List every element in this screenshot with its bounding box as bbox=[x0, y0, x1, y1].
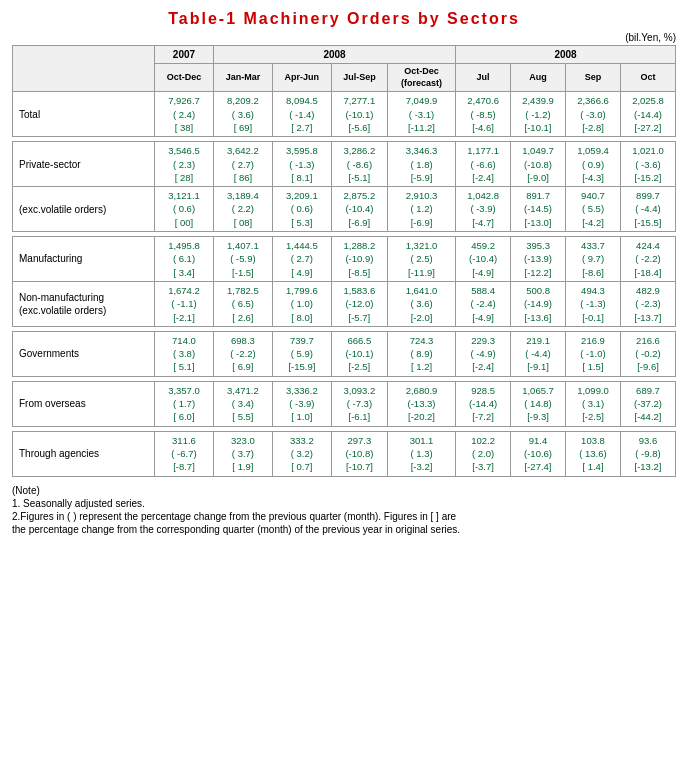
data-cell: 297.3 (-10.8) [-10.7] bbox=[331, 431, 387, 476]
table-row: From overseas3,357.0 ( 1.7) [ 6.0]3,471.… bbox=[13, 381, 676, 426]
data-cell: 666.5 (-10.1) [-2.5] bbox=[331, 331, 387, 376]
data-cell: 1,049.7 (-10.8) [-9.0] bbox=[511, 142, 566, 187]
data-cell: 1,583.6 (-12.0) [-5.7] bbox=[331, 281, 387, 326]
table-row: (exc.volatile orders)3,121.1 ( 0.6) [ 00… bbox=[13, 187, 676, 232]
data-cell: 500.8 (-14.9) [-13.6] bbox=[511, 281, 566, 326]
data-cell: 482.9 ( -2.3) [-13.7] bbox=[620, 281, 675, 326]
data-cell: 3,546.5 ( 2.3) [ 28] bbox=[155, 142, 214, 187]
row-label: Governments bbox=[13, 331, 155, 376]
data-cell: 8,209.2 ( 3.6) [ 69] bbox=[213, 92, 272, 137]
data-cell: 395.3 (-13.9) [-12.2] bbox=[511, 237, 566, 282]
data-cell: 3,346.3 ( 1.8) [-5.9] bbox=[387, 142, 455, 187]
row-label: Total bbox=[13, 92, 155, 137]
data-cell: 3,336.2 ( -3.9) [ 1.0] bbox=[272, 381, 331, 426]
data-cell: 3,189.4 ( 2.2) [ 08] bbox=[213, 187, 272, 232]
row-label: Through agencies bbox=[13, 431, 155, 476]
table-row: Non-manufacturing(exc.volatile orders)1,… bbox=[13, 281, 676, 326]
data-cell: 1,782.5 ( 6.5) [ 2.6] bbox=[213, 281, 272, 326]
row-label: From overseas bbox=[13, 381, 155, 426]
data-cell: 2,439.9 ( -1.2) [-10.1] bbox=[511, 92, 566, 137]
data-cell: 311.6 ( -6.7) [-8.7] bbox=[155, 431, 214, 476]
data-cell: 3,093.2 ( -7.3) [-6.1] bbox=[331, 381, 387, 426]
data-cell: 724.3 ( 8.9) [ 1.2] bbox=[387, 331, 455, 376]
data-cell: 1,641.0 ( 3.6) [-2.0] bbox=[387, 281, 455, 326]
data-cell: 2,025.8 (-14.4) [-27.2] bbox=[620, 92, 675, 137]
data-cell: 459.2 (-10.4) [-4.9] bbox=[456, 237, 511, 282]
col-jul-sep: Jul-Sep bbox=[331, 64, 387, 92]
note-item-1: 1. Seasonally adjusted series. bbox=[12, 498, 676, 509]
data-cell: 2,910.3 ( 1.2) [-6.9] bbox=[387, 187, 455, 232]
data-cell: 424.4 ( -2.2) [-18.4] bbox=[620, 237, 675, 282]
col-jan-mar: Jan-Mar bbox=[213, 64, 272, 92]
data-cell: 689.7 (-37.2) [-44.2] bbox=[620, 381, 675, 426]
data-cell: 3,595.8 ( -1.3) [ 8.1] bbox=[272, 142, 331, 187]
data-cell: 216.6 ( -0.2) [-9.6] bbox=[620, 331, 675, 376]
data-cell: 1,444.5 ( 2.7) [ 4.9] bbox=[272, 237, 331, 282]
data-cell: 93.6 ( -9.8) [-13.2] bbox=[620, 431, 675, 476]
data-cell: 1,099.0 ( 3.1) [-2.5] bbox=[566, 381, 621, 426]
col-oct: Oct bbox=[620, 64, 675, 92]
data-cell: 2,680.9 (-13.3) [-20.2] bbox=[387, 381, 455, 426]
data-cell: 102.2 ( 2.0) [-3.7] bbox=[456, 431, 511, 476]
row-label: Manufacturing bbox=[13, 237, 155, 282]
col-header-2007: 2007 bbox=[155, 46, 214, 64]
data-cell: 1,674.2 ( -1.1) [-2.1] bbox=[155, 281, 214, 326]
data-cell: 698.3 ( -2.2) [ 6.9] bbox=[213, 331, 272, 376]
data-cell: 899.7 ( -4.4) [-15.5] bbox=[620, 187, 675, 232]
data-cell: 1,021.0 ( -3.6) [-15.2] bbox=[620, 142, 675, 187]
page-title: Table-1 Machinery Orders by Sectors bbox=[12, 10, 676, 28]
col-header-empty bbox=[13, 46, 155, 92]
table-row: Manufacturing1,495.8 ( 6.1) [ 3.4]1,407.… bbox=[13, 237, 676, 282]
row-label: (exc.volatile orders) bbox=[13, 187, 155, 232]
data-cell: 1,065.7 ( 14.8) [-9.3] bbox=[511, 381, 566, 426]
row-label: Non-manufacturing(exc.volatile orders) bbox=[13, 281, 155, 326]
data-cell: 2,470.6 ( -8.5) [-4.6] bbox=[456, 92, 511, 137]
col-apr-jun: Apr-Jun bbox=[272, 64, 331, 92]
data-cell: 229.3 ( -4.9) [-2.4] bbox=[456, 331, 511, 376]
col-oct-dec-2007: Oct-Dec bbox=[155, 64, 214, 92]
data-cell: 433.7 ( 9.7) [-8.6] bbox=[566, 237, 621, 282]
note-item-2: 2.Figures in ( ) represent the percentag… bbox=[12, 511, 676, 522]
notes-header: (Note) bbox=[12, 485, 676, 496]
data-cell: 3,209.1 ( 0.6) [ 5.3] bbox=[272, 187, 331, 232]
data-cell: 8,094.5 ( -1.4) [ 2.7] bbox=[272, 92, 331, 137]
data-cell: 714.0 ( 3.8) [ 5.1] bbox=[155, 331, 214, 376]
data-cell: 739.7 ( 5.9) [-15.9] bbox=[272, 331, 331, 376]
data-cell: 3,121.1 ( 0.6) [ 00] bbox=[155, 187, 214, 232]
data-cell: 323.0 ( 3.7) [ 1.9] bbox=[213, 431, 272, 476]
data-cell: 1,177.1 ( -6.6) [-2.4] bbox=[456, 142, 511, 187]
data-cell: 91.4 (-10.6) [-27.4] bbox=[511, 431, 566, 476]
col-oct-dec-forecast: Oct-Dec(forecast) bbox=[387, 64, 455, 92]
data-cell: 7,049.9 ( -3.1) [-11.2] bbox=[387, 92, 455, 137]
header-row-1: 2007 2008 2008 bbox=[13, 46, 676, 64]
data-cell: 3,357.0 ( 1.7) [ 6.0] bbox=[155, 381, 214, 426]
data-cell: 3,642.2 ( 2.7) [ 86] bbox=[213, 142, 272, 187]
data-cell: 1,321.0 ( 2.5) [-11.9] bbox=[387, 237, 455, 282]
data-cell: 333.2 ( 3.2) [ 0.7] bbox=[272, 431, 331, 476]
data-cell: 1,042.8 ( -3.9) [-4.7] bbox=[456, 187, 511, 232]
data-cell: 3,471.2 ( 3.4) [ 5.5] bbox=[213, 381, 272, 426]
table-row: Through agencies311.6 ( -6.7) [-8.7]323.… bbox=[13, 431, 676, 476]
table-row: Total7,926.7 ( 2.4) [ 38]8,209.2 ( 3.6) … bbox=[13, 92, 676, 137]
data-cell: 1,407.1 ( -5.9) [-1.5] bbox=[213, 237, 272, 282]
col-jul: Jul bbox=[456, 64, 511, 92]
data-cell: 2,366.6 ( -3.0) [-2.8] bbox=[566, 92, 621, 137]
data-cell: 7,277.1 (-10.1) [-5.6] bbox=[331, 92, 387, 137]
data-cell: 940.7 ( 5.5) [-4.2] bbox=[566, 187, 621, 232]
col-sep: Sep bbox=[566, 64, 621, 92]
col-header-2008-2: 2008 bbox=[456, 46, 676, 64]
data-cell: 1,495.8 ( 6.1) [ 3.4] bbox=[155, 237, 214, 282]
col-header-2008-1: 2008 bbox=[213, 46, 455, 64]
data-cell: 1,799.6 ( 1.0) [ 8.0] bbox=[272, 281, 331, 326]
data-cell: 494.3 ( -1.3) [-0.1] bbox=[566, 281, 621, 326]
data-cell: 588.4 ( -2.4) [-4.9] bbox=[456, 281, 511, 326]
row-label: Private-sector bbox=[13, 142, 155, 187]
data-cell: 2,875.2 (-10.4) [-6.9] bbox=[331, 187, 387, 232]
data-cell: 891.7 (-14.5) [-13.0] bbox=[511, 187, 566, 232]
data-cell: 928.5 (-14.4) [-7.2] bbox=[456, 381, 511, 426]
page: Table-1 Machinery Orders by Sectors (bil… bbox=[0, 0, 688, 547]
data-cell: 103.8 ( 13.6) [ 1.4] bbox=[566, 431, 621, 476]
unit-label: (bil.Yen, %) bbox=[12, 32, 676, 43]
data-cell: 7,926.7 ( 2.4) [ 38] bbox=[155, 92, 214, 137]
data-cell: 3,286.2 ( -8.6) [-5.1] bbox=[331, 142, 387, 187]
